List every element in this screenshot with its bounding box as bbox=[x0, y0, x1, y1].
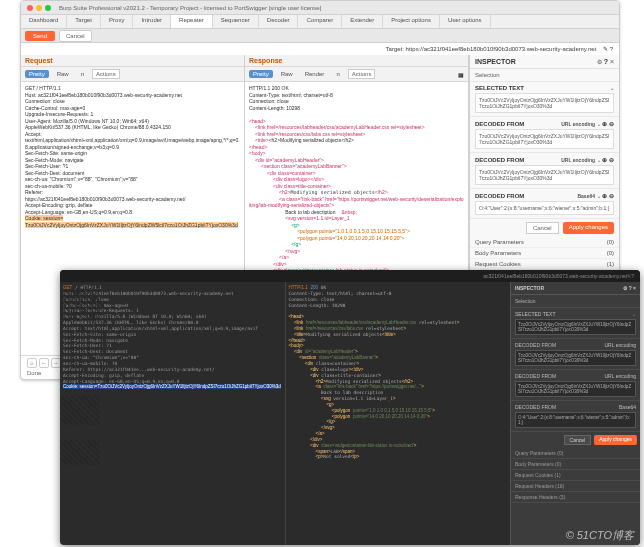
request-text[interactable]: GET / HTTP/1.1 Host: ac321f041eef8eb180b… bbox=[25, 85, 240, 215]
dark-inspector-title: INSPECTOR bbox=[515, 285, 544, 291]
dark-request-headers[interactable]: Request Headers (16) bbox=[511, 481, 640, 492]
res-actions-dropdown[interactable]: Actions bbox=[348, 69, 376, 79]
dark-inspector: INSPECTOR ⚙ ? × Selection SELECTED TEXT⌄… bbox=[510, 282, 640, 545]
close-icon[interactable]: × bbox=[610, 58, 614, 65]
chevron-down-icon[interactable]: ⌄ bbox=[610, 85, 614, 91]
tab-comparer[interactable]: Comparer bbox=[298, 15, 342, 28]
encoding-dropdown[interactable]: Base64 bbox=[577, 193, 595, 199]
tab-user-options[interactable]: User options bbox=[440, 15, 491, 28]
decoded-section-1: DECODED FROMURL encoding ⌄ ⊕ ⊖ Tzo0OiJVc… bbox=[470, 117, 619, 153]
inspector-cancel-button[interactable]: Cancel bbox=[526, 222, 559, 234]
target-display: Target: https://ac321f041eef8eb180b010f9… bbox=[21, 43, 619, 55]
watermark: 51CTO博客 bbox=[566, 528, 634, 543]
html-div-container: <div class=container> bbox=[267, 170, 316, 176]
html-svg: <svg version=1.1 id=Layer_1 bbox=[285, 215, 349, 221]
query-params-row[interactable]: Query Parameters(0) bbox=[470, 237, 619, 248]
maximize-icon[interactable] bbox=[45, 5, 51, 11]
decoded-value-3[interactable]: O:4:"User":2:{s:8:"username";s:6:"wiener… bbox=[475, 201, 614, 215]
selected-text-value[interactable]: Tzo0OiJVc2VyIjoyOntzOjg6InVzZXJuYW1lIjtz… bbox=[475, 93, 614, 113]
minimize-icon[interactable] bbox=[36, 5, 42, 11]
dark-decoded-value-3[interactable]: O:4:"User":2:{s:8:"username";s:6:"wiener… bbox=[515, 412, 636, 428]
res-tab-raw[interactable]: Raw bbox=[277, 70, 297, 78]
compression-artifact bbox=[60, 440, 100, 465]
encoding-dropdown[interactable]: Base64 bbox=[619, 404, 636, 410]
tab-extender[interactable]: Extender bbox=[342, 15, 383, 28]
dark-decoded-1: DECODED FROMURL encoding Tzo0OiJVc2VyIjo… bbox=[511, 339, 640, 370]
request-cookie-highlighted[interactable]: Cookie: session= Tzo0OiJVc2VyIjoyOntzOjg… bbox=[25, 215, 238, 228]
dark-inspector-buttons: Cancel Apply changes bbox=[511, 432, 640, 448]
help-icon[interactable]: ? bbox=[610, 46, 613, 52]
close-icon[interactable] bbox=[27, 5, 33, 11]
dark-query-params[interactable]: Query Parameters (0) bbox=[511, 448, 640, 459]
dark-selection: Selection bbox=[511, 295, 640, 308]
dark-selected-value[interactable]: Tzo0OiJVc2VyIjoyOntzOjg6InVzZXJuYW1lIjtz… bbox=[515, 319, 636, 335]
inspector-buttons: Cancel Apply changes bbox=[470, 219, 619, 237]
html-title-text: <h2>Modifying serialized objects</h2> bbox=[269, 137, 354, 143]
encoding-dropdown[interactable]: URL encoding bbox=[604, 373, 636, 379]
tab-proxy[interactable]: Proxy bbox=[101, 15, 133, 28]
decoded-value-2[interactable]: Tzo0OiJVc2VyIjoyOntzOjg6InVzZXJuYW1lIjtz… bbox=[475, 165, 614, 185]
main-tabs: Dashboard Target Proxy Intruder Repeater… bbox=[21, 15, 619, 29]
repeater-toolbar: Send Cancel bbox=[21, 29, 619, 43]
help-icon[interactable]: ? bbox=[604, 58, 608, 65]
tab-sequencer[interactable]: Sequencer bbox=[213, 15, 259, 28]
inspector-header: INSPECTOR ⚙ ? × bbox=[470, 55, 619, 69]
tab-target[interactable]: Target bbox=[67, 15, 101, 28]
req-actions-dropdown[interactable]: Actions bbox=[92, 69, 120, 79]
layout-icon[interactable]: ▦ bbox=[458, 71, 464, 78]
res-tab-render[interactable]: Render bbox=[301, 70, 329, 78]
tab-repeater[interactable]: Repeater bbox=[171, 15, 213, 28]
html-head: <head> bbox=[249, 118, 266, 124]
decoded-from-label: DECODED FROM bbox=[515, 373, 556, 379]
req-tab-n[interactable]: n bbox=[77, 70, 88, 78]
edit-target-icon[interactable]: ✎ bbox=[600, 45, 608, 53]
html-polygon: <polygon points="1,0 1,0 0,1 5,0 15,10 1… bbox=[297, 228, 410, 234]
req-tab-raw[interactable]: Raw bbox=[53, 70, 73, 78]
dark-request-cookies[interactable]: Request Cookies (1) bbox=[511, 470, 640, 481]
decoded-from-label: DECODED FROM bbox=[515, 404, 556, 410]
res-tab-pretty[interactable]: Pretty bbox=[249, 70, 273, 78]
help-icon[interactable]: ? bbox=[631, 273, 634, 279]
dark-apply-button[interactable]: Apply changes bbox=[594, 435, 637, 445]
chevron-down-icon[interactable]: ⌄ bbox=[632, 311, 636, 317]
arrow-left-icon[interactable]: ← bbox=[39, 358, 49, 368]
dark-body-params[interactable]: Body Parameters (0) bbox=[511, 459, 640, 470]
help-icon[interactable]: ? bbox=[629, 285, 632, 291]
gear-icon[interactable]: ⚙ bbox=[623, 285, 627, 291]
tab-decoder[interactable]: Decoder bbox=[259, 15, 299, 28]
apply-changes-button[interactable]: Apply changes bbox=[563, 222, 614, 234]
body-params-row[interactable]: Body Parameters(0) bbox=[470, 248, 619, 259]
close-icon[interactable]: × bbox=[633, 285, 636, 291]
request-tabs: Pretty Raw n Actions bbox=[21, 67, 244, 82]
dark-response-headers[interactable]: Response Headers (3) bbox=[511, 492, 640, 503]
req-tab-pretty[interactable]: Pretty bbox=[25, 70, 49, 78]
encoding-dropdown[interactable]: URL encoding bbox=[561, 121, 595, 127]
dark-decoded-value-2[interactable]: Tzo0OiJVc2VyIjoyOntzOjg6InVzZXJuYW1lIjtz… bbox=[515, 381, 636, 397]
decoded-value-1[interactable]: Tzo0OiJVc2VyIjoyOntzOjg6InVzZXJuYW1lIjtz… bbox=[475, 129, 614, 149]
selected-text-label: SELECTED TEXT bbox=[475, 85, 524, 91]
res-tab-n[interactable]: n bbox=[332, 70, 343, 78]
dark-selected-text: SELECTED TEXT⌄ Tzo0OiJVc2VyIjoyOntzOjg6I… bbox=[511, 308, 640, 339]
encoding-dropdown[interactable]: URL encoding bbox=[604, 342, 636, 348]
encoding-dropdown[interactable]: URL encoding bbox=[561, 157, 595, 163]
tab-dashboard[interactable]: Dashboard bbox=[21, 15, 67, 28]
chevron-down-icon[interactable]: ⌄ bbox=[597, 157, 601, 163]
request-cookies-row[interactable]: Request Cookies(1) bbox=[470, 259, 619, 270]
html-body: <body> bbox=[249, 150, 266, 156]
dark-cancel-button[interactable]: Cancel bbox=[564, 435, 592, 445]
cancel-button[interactable]: Cancel bbox=[59, 30, 92, 42]
search-icon[interactable]: ⌕ bbox=[27, 358, 37, 368]
html-polygon: <polygon points="14,0 20,10 20,20 14,14 … bbox=[297, 235, 404, 241]
response-tabs: Pretty Raw Render n Actions ▦ bbox=[245, 67, 468, 82]
dark-decoded-value-1[interactable]: Tzo0OiJVc2VyIjoyOntzOjg6InVzZXJuYW1lIjtz… bbox=[515, 350, 636, 366]
html-link: <link href=/resources/css/labs.css rel=s… bbox=[255, 131, 365, 137]
chevron-down-icon[interactable]: ⌄ bbox=[597, 121, 601, 127]
gear-icon[interactable]: ⚙ bbox=[597, 59, 602, 65]
dark-response-body[interactable]: HTTP/1.1 200 OK Content-Type: text/html;… bbox=[286, 282, 511, 545]
tab-project-options[interactable]: Project options bbox=[383, 15, 440, 28]
request-header: Request bbox=[21, 55, 244, 67]
send-button[interactable]: Send bbox=[25, 31, 55, 41]
tab-intruder[interactable]: Intruder bbox=[133, 15, 171, 28]
chevron-down-icon[interactable]: ⌄ bbox=[597, 193, 601, 199]
burp-dark-window: ac321f041eef8eb180b010f90b3d0073.web-sec… bbox=[60, 270, 640, 545]
